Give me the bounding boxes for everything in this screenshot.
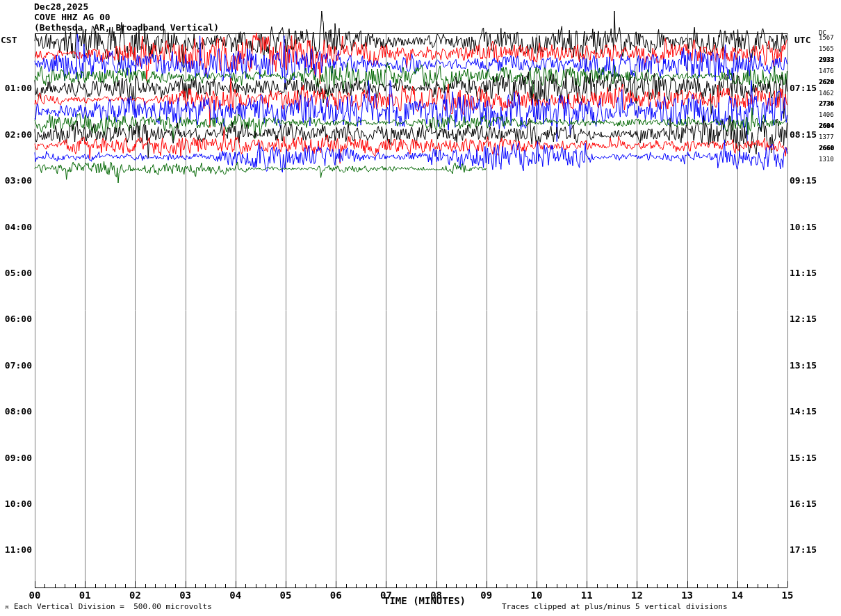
- time-axis-title: TIME (MINUTES): [384, 595, 466, 606]
- dc-value: 1476: [819, 68, 834, 74]
- header-date: Dec28,2025: [34, 1, 88, 12]
- hour-label-utc: 13:15: [790, 361, 817, 370]
- dc-value: 2604: [819, 123, 834, 129]
- dc-value: 2933: [819, 57, 834, 63]
- dc-value: 1377: [819, 134, 834, 140]
- hour-label-utc: 09:15: [790, 176, 817, 185]
- minute-label: 12: [631, 590, 643, 600]
- hour-label-utc: 17:15: [790, 545, 817, 554]
- minute-label: 04: [229, 590, 241, 600]
- minute-label: 11: [581, 590, 593, 600]
- hour-label-cst: 08:00: [0, 407, 32, 416]
- dc-value: 2620: [819, 79, 834, 86]
- dc-value: 1406: [819, 112, 834, 118]
- utc-axis-label: UTC: [794, 35, 810, 45]
- minute-label: 09: [480, 590, 492, 600]
- hour-label-cst: 03:00: [0, 176, 32, 185]
- minute-label: 03: [179, 590, 191, 600]
- hour-label-utc: 14:15: [790, 407, 817, 416]
- dc-value: 1310: [819, 156, 834, 163]
- minute-label: 00: [29, 590, 41, 600]
- cst-axis-label: CST: [1, 35, 17, 45]
- hour-label-cst: 04:00: [0, 222, 32, 232]
- hour-label-cst: 01:00: [0, 83, 32, 92]
- dc-value: 2736: [819, 101, 834, 107]
- hour-label-utc: 08:15: [790, 130, 817, 139]
- hour-label-cst: 06:00: [0, 314, 32, 323]
- minute-label: 10: [531, 590, 543, 600]
- clip-note: Traces clipped at plus/minus 5 vertical …: [502, 602, 728, 611]
- minute-label: 06: [330, 590, 342, 600]
- scale-note: Each Vertical Division = 500.00 microvol…: [14, 602, 212, 611]
- minute-label: 15: [782, 590, 794, 600]
- hour-label-cst: 07:00: [0, 361, 32, 370]
- hour-label-cst: 10:00: [0, 499, 32, 508]
- header-location: (Bethesda, AR, Broadband Vertical): [34, 22, 219, 33]
- dc-value: 1462: [819, 90, 834, 97]
- seismogram-canvas: [0, 0, 841, 616]
- hour-label-cst: 09:00: [0, 453, 32, 462]
- dc-value: 1567: [819, 35, 834, 41]
- hour-label-utc: 12:15: [790, 314, 817, 323]
- header-station: COVE HHZ AG 00: [34, 12, 111, 22]
- hour-label-cst: 11:00: [0, 545, 32, 554]
- hour-label-utc: 16:15: [790, 499, 817, 508]
- hour-label-cst: 05:00: [0, 268, 32, 277]
- minute-label: 05: [280, 590, 292, 600]
- hour-label-cst: 02:00: [0, 130, 32, 139]
- minute-label: 01: [79, 590, 91, 600]
- minute-label: 14: [731, 590, 743, 600]
- hour-label-utc: 07:15: [790, 83, 817, 92]
- dc-value: 2660: [819, 145, 834, 152]
- dc-value: 1565: [819, 46, 834, 52]
- minute-label: 13: [681, 590, 693, 600]
- hour-label-utc: 10:15: [790, 222, 817, 232]
- minute-label: 02: [129, 590, 141, 600]
- corner-mark: M: [6, 605, 8, 610]
- webicorder-page: Dec28,2025 COVE HHZ AG 00 (Bethesda, AR,…: [0, 0, 841, 616]
- hour-label-utc: 11:15: [790, 268, 817, 277]
- hour-label-utc: 15:15: [790, 453, 817, 462]
